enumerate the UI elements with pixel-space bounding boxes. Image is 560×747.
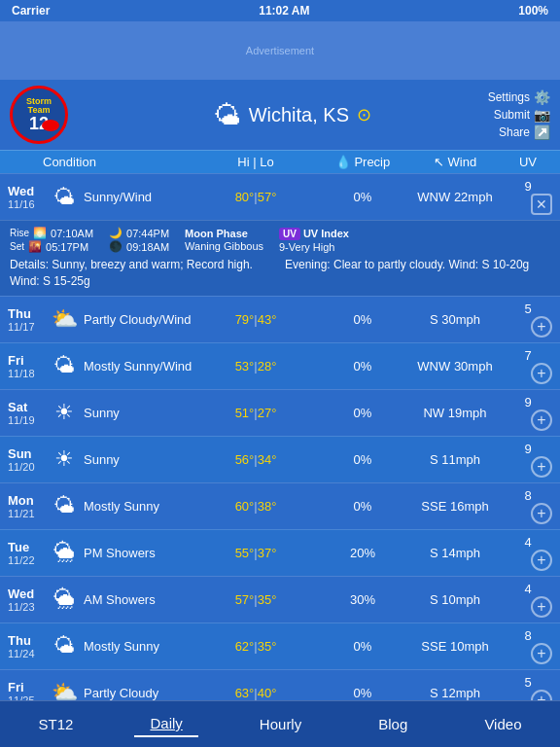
table-row[interactable]: Mon 11/21 🌤 Mostly Sunny 60°|38° 0% SSE …	[0, 482, 560, 529]
settings-action[interactable]: Settings ⚙️	[488, 89, 550, 105]
day-name: Fri	[8, 353, 45, 368]
table-row[interactable]: Tue 11/22 🌦 PM Showers 55°|37° 20% S 14m…	[0, 529, 560, 576]
weather-icon: 🌤	[51, 633, 78, 658]
moonrise-time: 07:44PM	[126, 228, 169, 239]
city-chevron-icon[interactable]: ⊙	[357, 104, 371, 125]
table-row[interactable]: Wed 11/23 🌦 AM Showers 57°|35° 30% S 10m…	[0, 576, 560, 622]
forecast-list: Wed 11/16 🌤 Sunny/Wind 80°|57° 0% WNW 22…	[0, 173, 560, 716]
expand-button[interactable]: +	[531, 596, 552, 618]
precip-value: 20%	[319, 546, 406, 560]
uv-value: 5 +	[504, 302, 552, 338]
expand-button[interactable]: +	[531, 503, 552, 524]
share-label: Share	[499, 125, 530, 139]
table-row[interactable]: Wed 11/16 🌤 Sunny/Wind 80°|57° 0% WNW 22…	[0, 173, 560, 220]
expand-button[interactable]: +	[531, 643, 552, 664]
sunrise-time: 07:10AM	[51, 228, 93, 239]
sunset-time: 05:17PM	[46, 241, 88, 253]
details-section: Details: Sunny, breezy and warm; Record …	[10, 257, 550, 290]
precip-value: 0%	[319, 452, 406, 467]
wind-value: NW 19mph	[406, 406, 504, 420]
pipe-divider: |	[254, 406, 257, 420]
moonset-item: 🌑 09:18AM	[109, 240, 169, 253]
nav-hourly[interactable]: Hourly	[244, 712, 317, 736]
day-name: Mon	[8, 493, 45, 508]
expand-button[interactable]: +	[531, 456, 552, 478]
pipe-divider: |	[254, 686, 257, 700]
hi-lo: 62°|35°	[192, 639, 319, 654]
pipe-divider: |	[254, 592, 257, 607]
hi-lo: 60°|38°	[192, 499, 319, 514]
uv-value: 7 +	[504, 348, 552, 384]
weather-icon: ☀	[51, 400, 78, 425]
nav-st12[interactable]: ST12	[23, 712, 89, 736]
day-name: Wed	[8, 587, 45, 601]
nav-blog-label: Blog	[378, 716, 407, 732]
pipe-divider: |	[254, 359, 257, 374]
condition-text: Mostly Sunny/Wind	[84, 359, 192, 374]
wind-arrow-icon: ↖	[434, 155, 444, 169]
logo-circle: Storm Team 12	[10, 86, 68, 144]
sunrise-item: Rise 🌅 07:10AM	[10, 227, 93, 239]
drop-icon: 💧	[335, 155, 351, 169]
hi-lo: 56°|34°	[192, 452, 319, 467]
day-number: 11/21	[8, 508, 45, 519]
settings-label: Settings	[488, 90, 530, 104]
expand-button[interactable]: +	[531, 363, 552, 384]
day-date: Sun 11/20	[8, 446, 45, 473]
row-left: Wed 11/16 🌤 Sunny/Wind	[8, 184, 192, 210]
precip-value: 0%	[319, 312, 406, 327]
table-row[interactable]: Fri 11/18 🌤 Mostly Sunny/Wind 53°|28° 0%…	[0, 342, 560, 389]
table-row[interactable]: Thu 11/24 🌤 Mostly Sunny 62°|35° 0% SSE …	[0, 622, 560, 669]
expand-button[interactable]: +	[531, 316, 552, 338]
wind-value: SSE 16mph	[406, 499, 504, 514]
wind-value: S 11mph	[406, 452, 504, 467]
day-number: 11/18	[8, 368, 45, 379]
logo-eye	[42, 120, 59, 131]
hi-lo: 55°|37°	[192, 546, 319, 560]
expanded-section: Rise 🌅 07:10AM Set 🌇 05:17PM 🌙 07:44PM	[0, 220, 560, 296]
moon-phase-label: Moon Phase	[185, 228, 263, 239]
col-hilo: Hi | Lo	[192, 155, 319, 169]
pipe-divider: |	[254, 499, 257, 514]
condition-text: PM Showers	[84, 546, 156, 560]
table-row[interactable]: Sat 11/19 ☀ Sunny 51°|27° 0% NW 19mph 9 …	[0, 389, 560, 436]
uv-index-value: 9-Very High	[279, 241, 349, 253]
nav-video-label: Video	[484, 716, 521, 732]
expand-button[interactable]: +	[531, 550, 552, 571]
precip-value: 30%	[319, 592, 406, 607]
day-number: 11/22	[8, 554, 45, 566]
logo[interactable]: Storm Team 12	[10, 86, 97, 144]
col-uv: UV	[504, 155, 552, 169]
nav-daily[interactable]: Daily	[134, 711, 197, 737]
expand-button[interactable]: +	[531, 409, 552, 431]
col-condition: Condition	[8, 155, 192, 169]
precip-value: 0%	[319, 499, 406, 514]
hi-lo: 53°|28°	[192, 359, 319, 374]
weather-icon: ☀	[51, 446, 78, 472]
precip-value: 0%	[319, 359, 406, 374]
weather-icon: 🌤	[51, 493, 78, 518]
nav-video[interactable]: Video	[469, 712, 537, 736]
city-section[interactable]: 🌤 Wichita, KS ⊙	[97, 99, 488, 131]
sun-moon-row: Rise 🌅 07:10AM Set 🌇 05:17PM 🌙 07:44PM	[10, 227, 550, 253]
table-row[interactable]: Thu 11/17 ⛅ Partly Cloudy/Wind 79°|43° 0…	[0, 296, 560, 342]
sunset-label: Set	[10, 241, 24, 252]
share-icon: ↗️	[534, 124, 550, 140]
uv-badge: UV	[279, 228, 300, 240]
collapse-button[interactable]: ✕	[531, 194, 552, 215]
hi-lo: 57°|35°	[192, 592, 319, 607]
uv-value: 9 +	[504, 442, 552, 478]
day-date: Thu 11/17	[8, 306, 45, 333]
share-action[interactable]: Share ↗️	[499, 124, 550, 140]
condition-text: Sunny/Wind	[84, 190, 152, 204]
submit-action[interactable]: Submit 📷	[494, 107, 550, 123]
carrier-label: Carrier	[12, 4, 50, 18]
wind-value: S 12mph	[406, 686, 504, 700]
row-left: Sat 11/19 ☀ Sunny	[8, 400, 192, 426]
table-row[interactable]: Sun 11/20 ☀ Sunny 56°|34° 0% S 11mph 9 +	[0, 436, 560, 482]
nav-blog[interactable]: Blog	[363, 712, 423, 736]
day-name: Fri	[8, 680, 45, 694]
header-actions: Settings ⚙️ Submit 📷 Share ↗️	[488, 89, 550, 140]
day-name: Sat	[8, 400, 45, 414]
camera-icon: 📷	[534, 107, 550, 123]
